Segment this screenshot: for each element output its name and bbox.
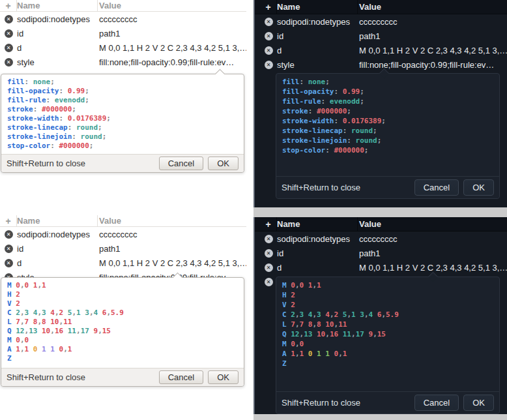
delete-attribute-icon-wrap: ✕	[260, 18, 277, 26]
attr-rows: ✕sodipodi:nodetypesccccccccc✕idpath1✕dM …	[0, 227, 246, 284]
attribute-row[interactable]: ✕stylefill:none;fill-opacity:0.99;fill-r…	[0, 55, 246, 69]
ok-button[interactable]: OK	[463, 395, 494, 411]
attribute-name: sodipodi:nodetypes	[277, 17, 358, 27]
delete-attribute-icon-wrap: ✕	[260, 46, 277, 55]
code-line: M 0,0 1,1	[7, 281, 238, 290]
attribute-row[interactable]: ✕dM 0,0 1,1 H 2 V 2 C 2,3 4,3 4,2 5,1 3,…	[255, 260, 507, 275]
delete-attribute-icon[interactable]: ✕	[265, 61, 273, 69]
add-attribute-button[interactable]: +	[0, 215, 17, 226]
add-attribute-button[interactable]: +	[260, 0, 277, 14]
delete-attribute-icon[interactable]: ✕	[265, 46, 273, 55]
delete-attribute-icon[interactable]: ✕	[265, 32, 273, 40]
add-attribute-button[interactable]: +	[0, 0, 17, 11]
column-header-value[interactable]: Value	[98, 215, 246, 226]
attribute-value: M 0,0 1,1 H 2 V 2 C 2,3 4,3 4,2 5,1 3,…	[98, 258, 246, 268]
delete-attribute-icon[interactable]: ✕	[265, 235, 273, 243]
attribute-row[interactable]: ✕dM 0,0 1,1 H 2 V 2 C 2,3 4,3 4,2 5,1 3,…	[0, 40, 246, 55]
code-line: stop-color: #000000;	[7, 142, 238, 151]
column-header-value[interactable]: Value	[358, 0, 507, 14]
column-header-value[interactable]: Value	[98, 0, 246, 11]
attr-value-editor: fill: none;fill-opacity: 0.99;fill-rule:…	[1, 74, 244, 173]
column-header-name[interactable]: Name	[277, 217, 358, 231]
code-line: A 1,1 0 1 1 0,1	[7, 345, 238, 354]
ok-button[interactable]: OK	[208, 157, 239, 170]
attribute-row[interactable]: ✕idpath1	[255, 29, 507, 43]
delete-attribute-icon[interactable]: ✕	[265, 263, 273, 272]
cancel-button[interactable]: Cancel	[159, 370, 203, 384]
code-line: stroke-width: 0.0176389;	[7, 114, 238, 123]
add-attribute-button[interactable]: +	[260, 217, 277, 231]
attribute-row[interactable]: ✕idpath1	[0, 241, 246, 256]
attribute-value: ccccccccc	[98, 230, 246, 239]
style-editor-textarea[interactable]: fill: none;fill-opacity: 0.99;fill-rule:…	[276, 74, 499, 158]
attribute-row[interactable]: ✕dM 0,0 1,1 H 2 V 2 C 2,3 4,3 4,2 5,1 3,…	[255, 43, 507, 57]
attr-panel-light-style: + Name Value ✕sodipodi:nodetypescccccccc…	[0, 0, 246, 215]
code-line: Z	[7, 354, 238, 363]
column-header-name[interactable]: Name	[277, 0, 358, 14]
attribute-row[interactable]: ✕sodipodi:nodetypesccccccccc	[255, 232, 507, 246]
delete-attribute-icon[interactable]: ✕	[265, 18, 273, 26]
delete-attribute-icon[interactable]: ✕	[5, 245, 13, 253]
attribute-name: id	[17, 244, 98, 254]
ok-button[interactable]: OK	[463, 179, 494, 196]
editor-footer: Shift+Return to close Cancel OK	[276, 391, 499, 413]
attribute-value: fill:none;fill-opacity:0.99;fill-rule:ev…	[98, 57, 246, 67]
editor-hint: Shift+Return to close	[7, 372, 154, 382]
delete-attribute-icon-wrap: ✕	[0, 29, 17, 38]
delete-attribute-icon[interactable]: ✕	[265, 249, 273, 258]
attribute-name: style	[277, 60, 358, 70]
style-editor-textarea[interactable]: fill: none;fill-opacity: 0.99;fill-rule:…	[1, 74, 244, 154]
code-line: stroke: #000000;	[282, 106, 493, 116]
delete-attribute-icon-wrap: ✕	[0, 259, 17, 267]
delete-attribute-icon[interactable]: ✕	[265, 278, 273, 286]
delete-attribute-icon-wrap: ✕	[0, 15, 17, 23]
column-header-name[interactable]: Name	[17, 215, 98, 226]
attribute-row[interactable]: ✕stylefill:none;fill-opacity:0.99;fill-r…	[255, 57, 507, 72]
editor-footer: Shift+Return to close Cancel OK	[276, 176, 499, 198]
code-line: C 2,3 4,3 4,2 5,1 3,4 6,5.9	[7, 308, 238, 318]
delete-attribute-icon[interactable]: ✕	[5, 15, 13, 23]
delete-attribute-icon[interactable]: ✕	[5, 29, 13, 38]
column-header-name[interactable]: Name	[17, 0, 98, 11]
code-line: M 0,0	[282, 339, 493, 349]
attr-panel-light-path: + Name Value ✕sodipodi:nodetypescccccccc…	[0, 215, 246, 420]
editor-hint: Shift+Return to close	[282, 183, 410, 192]
attribute-value: path1	[98, 29, 246, 38]
column-header-value[interactable]: Value	[358, 217, 507, 231]
attribute-row[interactable]: ✕sodipodi:nodetypesccccccccc	[255, 14, 507, 29]
attr-panel-dark-path: + Name Value ✕sodipodi:nodetypescccccccc…	[254, 217, 507, 414]
code-line: stroke-linejoin: round;	[282, 136, 493, 145]
cancel-button[interactable]: Cancel	[159, 157, 203, 170]
delete-attribute-icon-wrap: ✕	[0, 58, 17, 67]
attribute-name: style	[17, 57, 98, 67]
code-line: fill-rule: evenodd;	[282, 97, 493, 106]
attribute-row[interactable]: ✕sodipodi:nodetypesccccccccc	[0, 227, 246, 241]
delete-attribute-icon-wrap: ✕	[260, 235, 277, 243]
code-line: stop-color: #000000;	[282, 145, 493, 155]
attribute-name: d	[17, 43, 98, 53]
delete-attribute-icon[interactable]: ✕	[5, 259, 13, 267]
cancel-button[interactable]: Cancel	[414, 179, 459, 196]
code-line: A 1,1 0 1 1 0,1	[282, 349, 493, 359]
delete-attribute-icon-wrap: ✕	[260, 249, 277, 258]
cancel-button[interactable]: Cancel	[414, 395, 459, 411]
path-editor-textarea[interactable]: M 0,0 1,1H 2V 2C 2,3 4,3 4,2 5,1 3,4 6,5…	[1, 278, 244, 367]
ok-button[interactable]: OK	[208, 370, 239, 384]
attr-table-header: + Name Value	[0, 215, 246, 227]
editor-footer: Shift+Return to close Cancel OK	[1, 368, 244, 386]
delete-attribute-icon-wrap: ✕	[260, 32, 277, 40]
attr-value-editor: M 0,0 1,1H 2V 2C 2,3 4,3 4,2 5,1 3,4 6,5…	[1, 277, 244, 387]
attribute-value: ccccccccc	[358, 17, 507, 27]
attribute-name: sodipodi:nodetypes	[17, 230, 98, 239]
delete-attribute-icon[interactable]: ✕	[5, 44, 13, 52]
code-line: Q 12,13 10,16 11,17 9,15	[282, 329, 493, 339]
code-line: fill-opacity: 0.99;	[282, 87, 493, 97]
delete-attribute-icon[interactable]: ✕	[5, 230, 13, 239]
code-line: fill: none;	[282, 77, 493, 87]
delete-attribute-icon[interactable]: ✕	[5, 58, 13, 67]
attribute-row[interactable]: ✕idpath1	[255, 246, 507, 260]
attribute-row[interactable]: ✕dM 0,0 1,1 H 2 V 2 C 2,3 4,3 4,2 5,1 3,…	[0, 256, 246, 270]
attribute-row[interactable]: ✕sodipodi:nodetypesccccccccc	[0, 12, 246, 26]
path-editor-textarea[interactable]: M 0,0 1,1H 2V 2C 2,3 4,3 4,2 5,1 3,4 6,5…	[276, 277, 499, 372]
attribute-row[interactable]: ✕idpath1	[0, 26, 246, 40]
